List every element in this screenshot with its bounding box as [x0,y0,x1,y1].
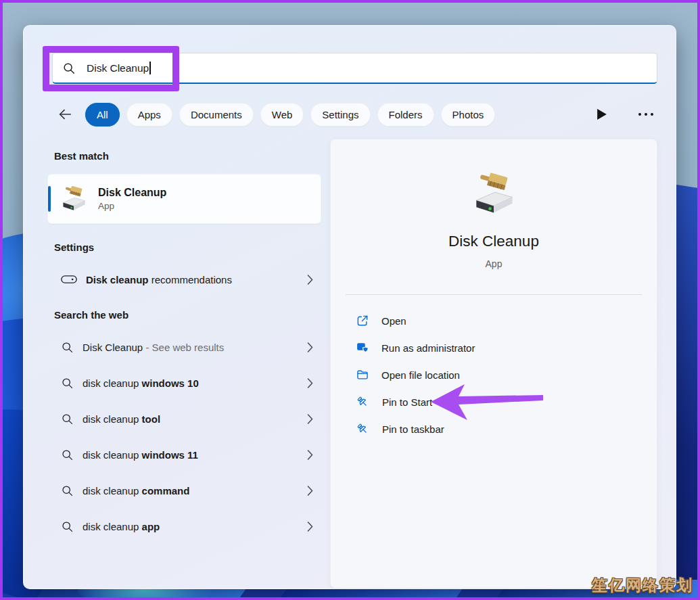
search-icon [61,413,74,425]
web-suggestion-row[interactable]: disk cleanup tool [54,406,321,432]
more-options-icon[interactable] [636,105,655,124]
web-suggestion-label: disk cleanup tool [83,413,160,425]
chevron-right-icon [307,450,313,460]
action-label: Pin to taskbar [382,423,444,435]
action-open[interactable]: Open [331,307,657,334]
chevron-right-icon [307,342,313,352]
pin-icon [356,422,370,436]
chevron-right-icon [307,486,313,496]
best-match-item-disk-cleanup[interactable]: Disk Cleanup App [47,174,321,224]
preview-title: Disk Cleanup [331,233,657,250]
action-label: Open file location [381,369,460,381]
back-button[interactable] [56,106,74,123]
search-the-web-heading: Search the web [54,308,321,322]
settings-heading: Settings [54,241,321,254]
admin-shield-icon [356,341,369,354]
action-label: Pin to Start [382,396,432,408]
tab-all[interactable]: All [85,103,120,126]
chevron-right-icon [307,378,313,388]
storage-drive-icon [61,275,77,284]
web-suggestion-label: disk cleanup command [83,485,189,497]
action-label: Open [381,315,406,327]
search-icon [61,341,74,354]
tab-photos[interactable]: Photos [441,103,496,126]
tab-folders[interactable]: Folders [377,103,434,126]
action-list: Open Run as administrator Open file loca… [331,307,657,442]
tab-settings[interactable]: Settings [310,103,370,126]
disk-cleanup-app-icon [60,185,87,212]
action-open-file-location[interactable]: Open file location [331,361,657,388]
best-match-texts: Disk Cleanup App [98,187,166,211]
chevron-right-icon [307,275,313,285]
action-pin-to-taskbar[interactable]: Pin to taskbar [331,415,657,442]
selection-accent-bar [48,186,51,212]
search-icon [61,520,74,533]
action-pin-to-start[interactable]: Pin to Start [331,388,657,415]
divider [346,294,642,295]
tab-web[interactable]: Web [260,103,304,126]
preview-panel: Disk Cleanup App Open Run as administrat… [330,139,657,589]
search-icon [61,377,74,390]
disk-cleanup-app-icon-large [471,172,516,219]
settings-result-disk-cleanup-recommendations[interactable]: Disk cleanup recommendations [54,267,321,292]
search-icon [61,448,74,461]
best-match-heading: Best match [54,149,321,163]
search-icon [62,62,76,75]
tab-documents[interactable]: Documents [179,103,254,126]
screenshot-frame: Disk Cleanup All Apps Documents Web Sett… [0,0,700,600]
web-suggestion-row[interactable]: Disk Cleanup - See web results [54,334,321,360]
web-suggestion-row[interactable]: disk cleanup windows 11 [54,442,321,467]
play-icon[interactable] [592,105,611,124]
preview-subtitle: App [331,258,657,269]
search-icon [61,484,74,497]
chevron-right-icon [307,522,313,532]
search-query-text: Disk Cleanup [87,62,149,74]
text-caret [149,62,151,74]
filter-tabs-row: All Apps Documents Web Settings Folders … [56,103,651,126]
web-suggestion-label: Disk Cleanup - See web results [83,342,224,353]
tab-apps[interactable]: Apps [126,103,172,126]
pin-icon [356,395,370,409]
web-suggestion-label: disk cleanup windows 10 [83,377,199,389]
search-window: Disk Cleanup All Apps Documents Web Sett… [23,25,676,589]
web-suggestion-row[interactable]: disk cleanup command [54,478,321,503]
chevron-right-icon [307,414,313,424]
best-match-type: App [98,201,166,211]
best-match-title: Disk Cleanup [98,187,166,199]
web-suggestion-row[interactable]: disk cleanup windows 10 [54,370,321,396]
folder-icon [356,368,369,382]
results-column: Best match [47,149,321,539]
settings-result-label: Disk cleanup recommendations [86,274,232,285]
action-run-as-administrator[interactable]: Run as administrator [331,334,657,361]
watermark-text: 笙亿网络策划 [592,575,693,596]
web-suggestion-label: disk cleanup app [83,521,160,532]
web-suggestion-row[interactable]: disk cleanup app [54,513,321,539]
web-suggestion-label: disk cleanup windows 11 [83,449,198,461]
open-external-icon [356,314,369,327]
action-label: Run as administrator [381,342,475,354]
search-input[interactable]: Disk Cleanup [52,53,657,84]
